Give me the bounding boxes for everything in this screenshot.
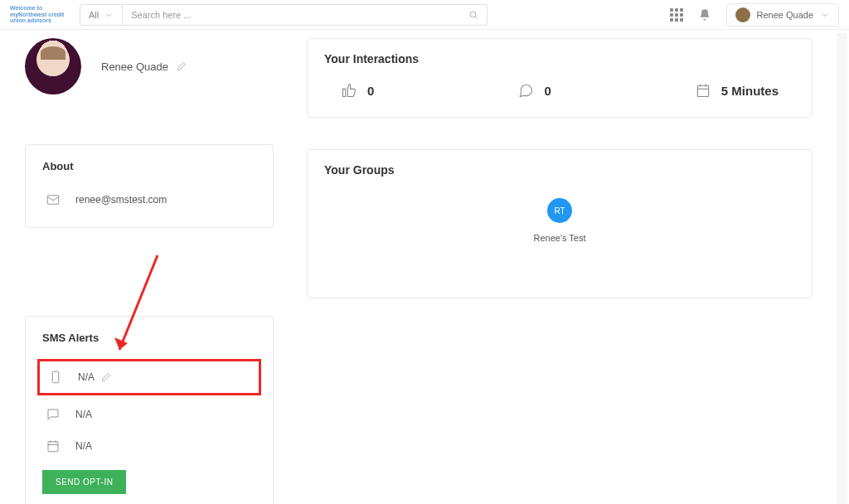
comments-count: 0 <box>544 84 551 98</box>
interactions-grid: 0 0 5 Minutes <box>324 77 795 99</box>
calendar-icon <box>46 439 61 453</box>
interaction-time: 5 Minutes <box>695 82 779 99</box>
calendar-icon <box>695 82 711 99</box>
search-icon <box>468 10 478 20</box>
header-right: Renee Quade <box>670 3 840 27</box>
right-column: Your Interactions 0 0 5 Minutes Your Gro… <box>307 38 824 504</box>
group-name: Renee's Test <box>533 233 585 243</box>
sms-message-value: N/A <box>75 409 92 420</box>
top-header: Welcome to myNorthwest credit union advi… <box>0 0 849 30</box>
phone-icon <box>48 370 63 385</box>
about-email-row: renee@smstest.com <box>42 187 256 212</box>
chevron-down-icon <box>820 10 830 20</box>
user-name: Renee Quade <box>757 10 814 20</box>
svg-rect-3 <box>52 371 59 383</box>
email-icon <box>46 192 61 207</box>
about-email: renee@smstest.com <box>75 194 167 206</box>
profile-name-row: Renee Quade <box>101 61 187 73</box>
svg-rect-8 <box>697 85 708 96</box>
search-container: All Search here ... <box>80 4 488 26</box>
interaction-comments: 0 <box>517 82 551 99</box>
interactions-title: Your Interactions <box>324 52 795 65</box>
comment-icon <box>46 407 61 422</box>
sms-date-value: N/A <box>75 440 92 452</box>
main-content: Renee Quade About renee@smstest.com SMS … <box>0 30 849 504</box>
sms-phone-value: N/A <box>78 371 95 383</box>
profile-header: Renee Quade <box>25 38 274 94</box>
send-opt-in-button[interactable]: SEND OPT-IN <box>42 470 126 494</box>
about-card: About renee@smstest.com <box>25 144 274 228</box>
profile-avatar <box>25 38 81 94</box>
sms-message-row: N/A <box>42 399 256 430</box>
edit-icon[interactable] <box>101 372 111 382</box>
likes-count: 0 <box>367 84 374 98</box>
about-title: About <box>42 160 256 172</box>
interactions-card: Your Interactions 0 0 5 Minutes <box>307 38 813 118</box>
sms-title: SMS Alerts <box>42 332 256 344</box>
sms-alerts-card: SMS Alerts N/A N/A N/A SEND OPT-IN <box>25 316 274 504</box>
svg-rect-2 <box>47 196 59 205</box>
apps-icon[interactable] <box>670 8 683 22</box>
groups-card: Your Groups RT Renee's Test <box>307 149 813 298</box>
user-menu[interactable]: Renee Quade <box>726 3 840 27</box>
group-avatar: RT <box>547 198 572 223</box>
search-input[interactable]: Search here ... <box>123 4 488 26</box>
search-placeholder: Search here ... <box>131 10 191 20</box>
svg-point-0 <box>470 12 476 17</box>
time-value: 5 Minutes <box>721 84 779 98</box>
comment-icon <box>517 82 534 99</box>
svg-rect-4 <box>48 442 58 452</box>
sms-phone-row: N/A <box>37 359 261 395</box>
thumbs-up-icon <box>341 82 357 99</box>
notifications-icon[interactable] <box>698 8 711 22</box>
user-avatar-small <box>735 7 750 22</box>
logo: Welcome to myNorthwest credit union advi… <box>10 5 70 24</box>
search-category-label: All <box>89 10 99 20</box>
groups-title: Your Groups <box>324 163 795 177</box>
sms-date-row: N/A <box>42 430 256 462</box>
group-item[interactable]: RT Renee's Test <box>324 198 795 243</box>
svg-line-1 <box>475 17 477 18</box>
chevron-down-icon <box>104 10 114 20</box>
edit-icon[interactable] <box>177 61 187 71</box>
interaction-likes: 0 <box>341 82 374 99</box>
profile-name: Renee Quade <box>101 61 168 73</box>
left-column: Renee Quade About renee@smstest.com SMS … <box>25 38 274 504</box>
search-category-dropdown[interactable]: All <box>80 4 123 26</box>
